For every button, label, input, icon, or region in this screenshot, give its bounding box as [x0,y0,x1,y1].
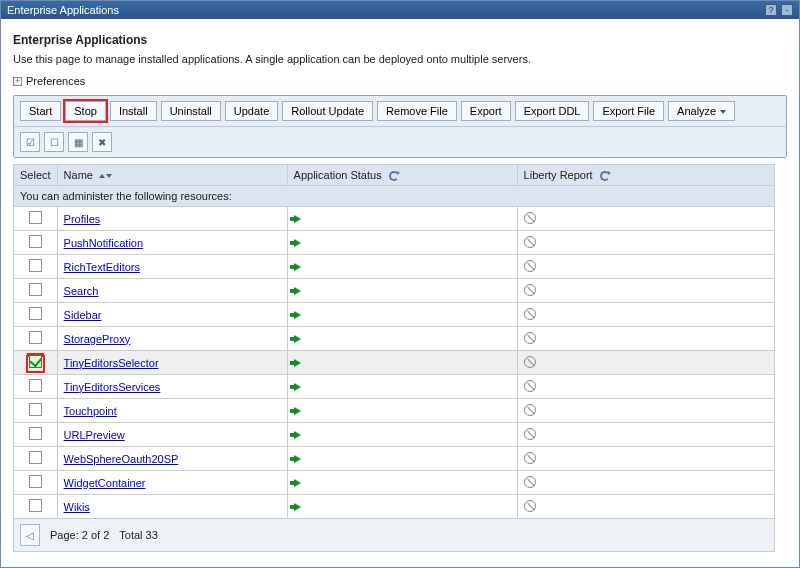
status-cell [287,423,517,447]
deselect-all-icon[interactable]: ☐ [44,132,64,152]
row-checkbox[interactable] [29,355,42,368]
col-status[interactable]: Application Status [287,165,517,186]
toolbar: Start Stop Install Uninstall Update Roll… [13,95,787,158]
running-icon [294,359,301,367]
col-report[interactable]: Liberty Report [517,165,774,186]
row-checkbox[interactable] [29,379,42,392]
select-cell[interactable] [14,471,58,495]
stop-button[interactable]: Stop [65,101,106,121]
row-checkbox[interactable] [29,475,42,488]
refresh-icon[interactable] [389,171,399,181]
uninstall-button[interactable]: Uninstall [161,101,221,121]
table-row: TinyEditorsSelector [14,351,775,375]
status-cell [287,471,517,495]
table-row: TinyEditorsServices [14,375,775,399]
applications-table: Select Name Application Status Liberty R… [13,164,775,519]
filter-icon[interactable]: ▦ [68,132,88,152]
select-cell[interactable] [14,351,58,375]
app-link[interactable]: Search [64,285,99,297]
col-name[interactable]: Name [57,165,287,186]
select-all-icon[interactable]: ☑ [20,132,40,152]
select-cell[interactable] [14,495,58,519]
previous-page-button[interactable]: ◁ [20,524,40,546]
row-checkbox[interactable] [29,451,42,464]
report-cell [517,471,774,495]
select-cell[interactable] [14,207,58,231]
app-link[interactable]: Sidebar [64,309,102,321]
app-link[interactable]: WebSphereOauth20SP [64,453,179,465]
rollout-update-button[interactable]: Rollout Update [282,101,373,121]
row-checkbox[interactable] [29,403,42,416]
name-cell: Touchpoint [57,399,287,423]
row-checkbox[interactable] [29,235,42,248]
name-cell: WidgetContainer [57,471,287,495]
select-cell[interactable] [14,399,58,423]
export-button[interactable]: Export [461,101,511,121]
app-panel: Enterprise Applications ? - Enterprise A… [0,0,800,568]
row-checkbox[interactable] [29,499,42,512]
preferences-label: Preferences [26,75,85,87]
clear-filter-icon[interactable]: ✖ [92,132,112,152]
running-icon [294,311,301,319]
select-cell[interactable] [14,327,58,351]
titlebar: Enterprise Applications ? - [1,1,799,19]
running-icon [294,407,301,415]
table-row: WebSphereOauth20SP [14,447,775,471]
select-cell[interactable] [14,423,58,447]
export-ddl-button[interactable]: Export DDL [515,101,590,121]
row-checkbox[interactable] [29,307,42,320]
select-cell[interactable] [14,255,58,279]
preferences-toggle[interactable]: + Preferences [13,75,787,87]
export-file-button[interactable]: Export File [593,101,664,121]
start-button[interactable]: Start [20,101,61,121]
name-cell: PushNotification [57,231,287,255]
table-row: WidgetContainer [14,471,775,495]
name-cell: StorageProxy [57,327,287,351]
analyze-button[interactable]: Analyze [668,101,735,121]
app-link[interactable]: URLPreview [64,429,125,441]
select-cell[interactable] [14,279,58,303]
row-checkbox[interactable] [29,283,42,296]
select-cell[interactable] [14,375,58,399]
row-checkbox[interactable] [29,259,42,272]
running-icon [294,383,301,391]
app-link[interactable]: TinyEditorsSelector [64,357,159,369]
select-cell[interactable] [14,303,58,327]
app-link[interactable]: PushNotification [64,237,144,249]
app-link[interactable]: RichTextEditors [64,261,140,273]
status-cell [287,495,517,519]
app-link[interactable]: Profiles [64,213,101,225]
app-link[interactable]: Wikis [64,501,90,513]
sort-icon[interactable] [99,174,112,178]
help-icon[interactable]: ? [765,4,777,16]
update-button[interactable]: Update [225,101,278,121]
select-cell[interactable] [14,447,58,471]
refresh-icon[interactable] [600,171,610,181]
report-cell [517,399,774,423]
row-checkbox[interactable] [29,331,42,344]
empty-report-icon [524,452,536,464]
status-cell [287,255,517,279]
empty-report-icon [524,308,536,320]
row-checkbox[interactable] [29,427,42,440]
empty-report-icon [524,212,536,224]
window-title: Enterprise Applications [7,4,119,16]
app-link[interactable]: StorageProxy [64,333,131,345]
select-cell[interactable] [14,231,58,255]
report-cell [517,327,774,351]
status-cell [287,375,517,399]
table-row: URLPreview [14,423,775,447]
report-cell [517,207,774,231]
minimize-icon[interactable]: - [781,4,793,16]
table-row: Wikis [14,495,775,519]
app-link[interactable]: TinyEditorsServices [64,381,161,393]
row-checkbox[interactable] [29,211,42,224]
app-link[interactable]: Touchpoint [64,405,117,417]
running-icon [294,479,301,487]
app-link[interactable]: WidgetContainer [64,477,146,489]
report-cell [517,495,774,519]
remove-file-button[interactable]: Remove File [377,101,457,121]
total-info: Total 33 [119,529,158,541]
install-button[interactable]: Install [110,101,157,121]
status-cell [287,231,517,255]
